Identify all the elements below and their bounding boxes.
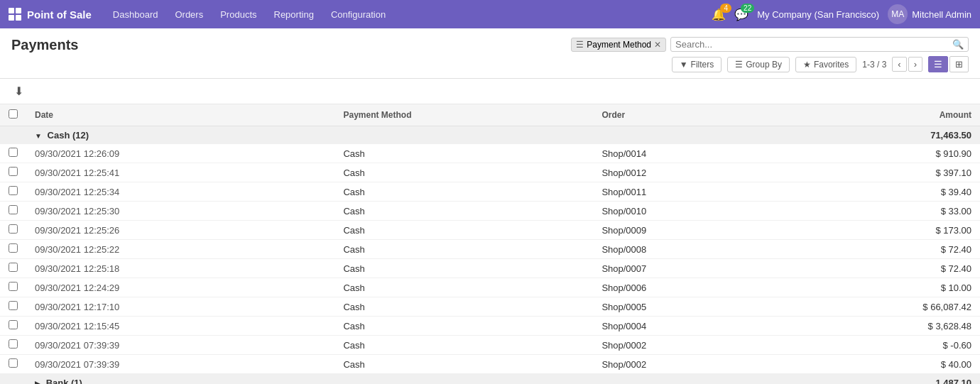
row-amount: $ 39.40: [780, 182, 980, 202]
row-method: Cash: [334, 240, 593, 259]
row-amount: $ 40.00: [780, 355, 980, 374]
row-checkbox[interactable]: [9, 358, 18, 368]
topnav-right: 🔔 4 💬 22 My Company (San Francisco) MA M…: [712, 4, 971, 24]
filters-button[interactable]: ▼ Filters: [672, 57, 722, 72]
app-grid-icon: [9, 8, 21, 21]
row-order: Shop/0014: [593, 144, 780, 163]
menu-reporting[interactable]: Reporting: [267, 6, 321, 23]
row-date: 09/30/2021 12:25:41: [26, 163, 334, 182]
menu-orders[interactable]: Orders: [168, 6, 210, 23]
row-checkbox[interactable]: [9, 263, 18, 272]
top-navigation: Point of Sale Dashboard Orders Products …: [0, 0, 980, 28]
row-checkbox[interactable]: [9, 243, 18, 253]
group-chevron-bank: ▶: [35, 380, 40, 384]
row-checkbox[interactable]: [9, 224, 18, 234]
view-toggle: ☰ ⊞: [928, 56, 969, 72]
row-checkbox-cell[interactable]: [0, 240, 26, 259]
notifications-bell[interactable]: 🔔 4: [712, 8, 726, 21]
row-method: Cash: [334, 278, 593, 297]
row-date: 09/30/2021 12:26:09: [26, 144, 334, 163]
group-row-bank[interactable]: ▶ Bank (1) 1,487.10: [0, 374, 980, 385]
table-row[interactable]: 09/30/2021 07:39:39 Cash Shop/0002 $ 40.…: [0, 355, 980, 374]
group-label: ▶ Bank (1): [26, 374, 780, 385]
table-row[interactable]: 09/30/2021 12:25:30 Cash Shop/0010 $ 33.…: [0, 202, 980, 221]
table-row[interactable]: 09/30/2021 12:25:41 Cash Shop/0012 $ 397…: [0, 163, 980, 182]
row-checkbox-cell[interactable]: [0, 297, 26, 317]
select-all-header[interactable]: [0, 104, 26, 126]
table-row[interactable]: 09/30/2021 12:25:22 Cash Shop/0008 $ 72.…: [0, 240, 980, 259]
menu-products[interactable]: Products: [213, 6, 263, 23]
table-row[interactable]: 09/30/2021 12:24:29 Cash Shop/0006 $ 10.…: [0, 278, 980, 297]
table-row[interactable]: 09/30/2021 12:25:18 Cash Shop/0007 $ 72.…: [0, 259, 980, 278]
row-method: Cash: [334, 336, 593, 355]
row-checkbox-cell[interactable]: [0, 163, 26, 182]
row-checkbox-cell[interactable]: [0, 259, 26, 278]
brand-logo[interactable]: Point of Sale: [9, 8, 92, 21]
row-order: Shop/0008: [593, 240, 780, 259]
table-row[interactable]: 09/30/2021 12:17:10 Cash Shop/0005 $ 66,…: [0, 297, 980, 317]
row-amount: $ 3,628.48: [780, 317, 980, 336]
favorites-button[interactable]: ★ Favorites: [795, 57, 856, 72]
row-checkbox-cell[interactable]: [0, 278, 26, 297]
payment-method-filter-tag[interactable]: ☰ Payment Method ✕: [571, 38, 666, 52]
row-checkbox[interactable]: [9, 282, 18, 291]
row-checkbox[interactable]: [9, 339, 18, 349]
select-all-checkbox[interactable]: [9, 109, 18, 119]
list-view-button[interactable]: ☰: [928, 56, 948, 72]
filter-tag-icon: ☰: [576, 40, 584, 50]
row-checkbox-cell[interactable]: [0, 336, 26, 355]
row-checkbox-cell[interactable]: [0, 317, 26, 336]
row-checkbox-cell[interactable]: [0, 355, 26, 374]
menu-dashboard[interactable]: Dashboard: [106, 6, 165, 23]
messages-icon[interactable]: 💬 22: [734, 8, 748, 21]
filters-icon: ▼: [680, 60, 688, 70]
row-method: Cash: [334, 259, 593, 278]
row-date: 09/30/2021 12:24:29: [26, 278, 334, 297]
row-amount: $ 10.00: [780, 278, 980, 297]
download-button[interactable]: ⬇: [11, 83, 26, 99]
row-checkbox[interactable]: [9, 320, 18, 329]
row-method: Cash: [334, 297, 593, 317]
table-row[interactable]: 09/30/2021 12:15:45 Cash Shop/0004 $ 3,6…: [0, 317, 980, 336]
row-checkbox[interactable]: [9, 148, 18, 157]
group-amount-bank: 1,487.10: [780, 374, 980, 385]
row-checkbox[interactable]: [9, 301, 18, 310]
group-row-cash[interactable]: ▼ Cash (12) 71,463.50: [0, 126, 980, 145]
table-row[interactable]: 09/30/2021 12:25:26 Cash Shop/0009 $ 173…: [0, 221, 980, 240]
grid-view-button[interactable]: ⊞: [949, 56, 969, 72]
row-checkbox[interactable]: [9, 205, 18, 214]
row-method: Cash: [334, 355, 593, 374]
pagination-next[interactable]: ›: [908, 57, 922, 72]
row-checkbox[interactable]: [9, 186, 18, 195]
menu-configuration[interactable]: Configuration: [324, 6, 393, 23]
table-row[interactable]: 09/30/2021 12:26:09 Cash Shop/0014 $ 910…: [0, 144, 980, 163]
user-menu[interactable]: MA Mitchell Admin: [888, 4, 971, 24]
pagination-prev[interactable]: ‹: [892, 57, 906, 72]
table-row[interactable]: 09/30/2021 07:39:39 Cash Shop/0002 $ -0.…: [0, 336, 980, 355]
notifications-badge: 4: [720, 4, 731, 13]
row-amount: $ 72.40: [780, 259, 980, 278]
row-order: Shop/0011: [593, 182, 780, 202]
row-checkbox-cell[interactable]: [0, 221, 26, 240]
favorites-icon: ★: [803, 60, 811, 70]
row-order: Shop/0005: [593, 297, 780, 317]
messages-badge: 22: [741, 4, 754, 13]
row-checkbox[interactable]: [9, 167, 18, 176]
row-checkbox-cell[interactable]: [0, 202, 26, 221]
search-submit-icon[interactable]: 🔍: [952, 39, 964, 50]
search-input[interactable]: [675, 39, 952, 50]
row-order: Shop/0012: [593, 163, 780, 182]
row-amount: $ 33.00: [780, 202, 980, 221]
row-date: 09/30/2021 12:25:22: [26, 240, 334, 259]
row-amount: $ 66,087.42: [780, 297, 980, 317]
row-amount: $ 72.40: [780, 240, 980, 259]
group-checkbox-cell: [0, 374, 26, 385]
table-row[interactable]: 09/30/2021 12:25:34 Cash Shop/0011 $ 39.…: [0, 182, 980, 202]
row-checkbox-cell[interactable]: [0, 182, 26, 202]
row-checkbox-cell[interactable]: [0, 144, 26, 163]
filter-tag-close[interactable]: ✕: [654, 40, 661, 50]
company-name[interactable]: My Company (San Francisco): [757, 9, 879, 20]
group-chevron-cash: ▼: [35, 132, 42, 140]
groupby-button[interactable]: ☰ Group By: [727, 57, 790, 72]
col-date: Date: [26, 104, 334, 126]
